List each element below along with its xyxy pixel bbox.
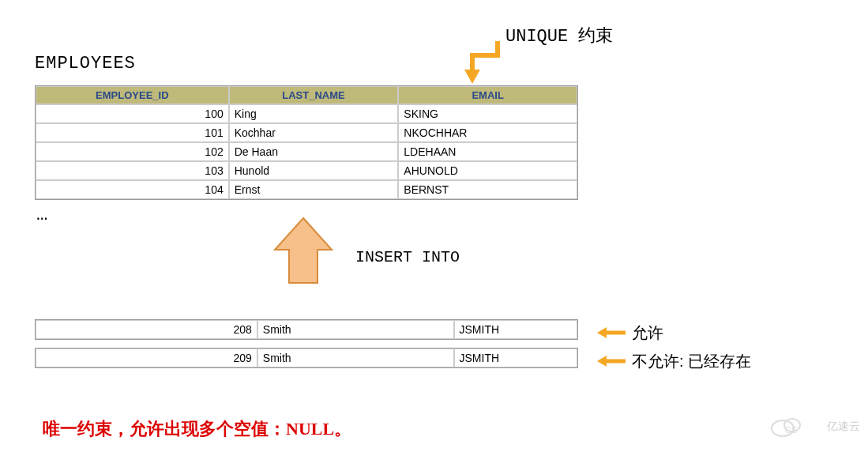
cloud-logo-icon xyxy=(768,416,824,438)
cell-email: LDEHAAN xyxy=(398,142,577,161)
cell-email: JSMITH xyxy=(454,348,577,367)
table-title: EMPLOYEES xyxy=(35,54,136,73)
cell-id: 101 xyxy=(36,123,229,142)
table-row: 103 Hunold AHUNOLD xyxy=(36,161,577,180)
cell-email: SKING xyxy=(398,104,577,123)
table-row: 101 Kochhar NKOCHHAR xyxy=(36,123,577,142)
svg-marker-5 xyxy=(597,356,607,367)
cell-id: 103 xyxy=(36,161,229,180)
svg-marker-1 xyxy=(275,218,332,283)
employees-table: EMPLOYEE_ID LAST_NAME EMAIL 100 King SKI… xyxy=(35,85,578,200)
col-header-last-name: LAST_NAME xyxy=(229,86,399,104)
table-row: 209 Smith JSMITH xyxy=(36,348,577,367)
cell-name: Kochhar xyxy=(229,123,399,142)
table-row: 208 Smith JSMITH xyxy=(36,320,577,339)
cell-id: 208 xyxy=(36,320,257,339)
svg-point-6 xyxy=(772,420,794,436)
left-arrow-icon xyxy=(597,354,626,368)
cell-id: 209 xyxy=(36,348,257,367)
insert-row-table: 209 Smith JSMITH xyxy=(35,348,578,368)
up-arrow-icon xyxy=(272,215,335,288)
watermark-text: 亿速云 xyxy=(827,420,860,432)
insert-row-table: 208 Smith JSMITH xyxy=(35,319,578,340)
allowed-label: 允许 xyxy=(632,322,663,344)
not-allowed-label: 不允许: 已经存在 xyxy=(632,351,751,372)
ellipsis: … xyxy=(36,204,47,225)
cell-name: Ernst xyxy=(229,180,399,199)
svg-marker-0 xyxy=(464,70,480,84)
cell-email: AHUNOLD xyxy=(398,161,577,180)
cell-name: De Haan xyxy=(229,142,399,161)
col-header-employee-id: EMPLOYEE_ID xyxy=(36,86,229,104)
watermark: 亿速云 xyxy=(768,416,860,438)
cell-email: JSMITH xyxy=(454,320,577,339)
cell-name: Hunold xyxy=(229,161,399,180)
table-header-row: EMPLOYEE_ID LAST_NAME EMAIL xyxy=(36,86,577,104)
cell-email: NKOCHHAR xyxy=(398,123,577,142)
footer-note: 唯一约束，允许出现多个空值：NULL。 xyxy=(43,417,351,441)
cell-name: King xyxy=(229,104,399,123)
cell-id: 104 xyxy=(36,180,229,199)
cell-email: BERNST xyxy=(398,180,577,199)
table-row: 104 Ernst BERNST xyxy=(36,180,577,199)
svg-marker-3 xyxy=(597,327,607,338)
table-row: 102 De Haan LDEHAAN xyxy=(36,142,577,161)
table-row: 100 King SKING xyxy=(36,104,577,123)
col-header-email: EMAIL xyxy=(398,86,577,104)
cell-id: 102 xyxy=(36,142,229,161)
insert-into-label: INSERT INTO xyxy=(355,248,460,266)
down-arrow-icon xyxy=(458,38,505,87)
left-arrow-icon xyxy=(597,326,626,340)
cell-name: Smith xyxy=(257,320,454,339)
cell-id: 100 xyxy=(36,104,229,123)
cell-name: Smith xyxy=(257,348,454,367)
unique-constraint-label: UNIQUE 约束 xyxy=(505,24,613,47)
